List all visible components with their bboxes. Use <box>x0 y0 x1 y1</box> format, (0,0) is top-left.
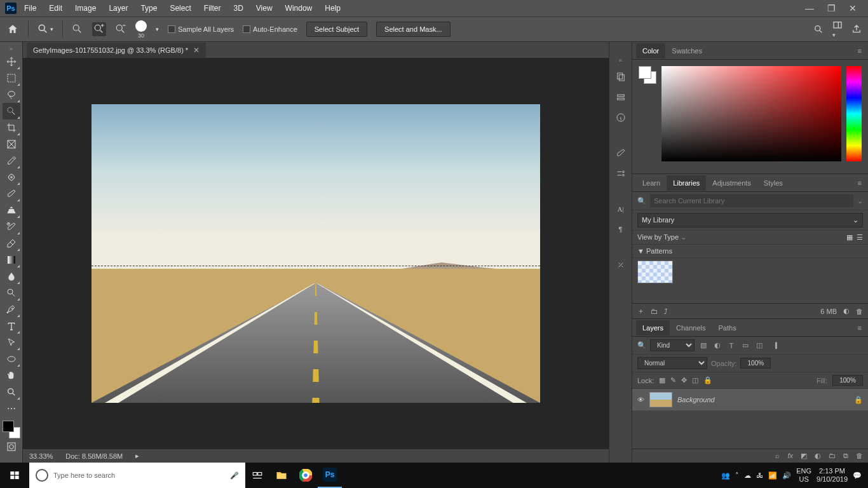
hue-slider[interactable] <box>846 66 862 161</box>
lock-transparency-icon[interactable]: ▩ <box>659 376 665 384</box>
swatches-tab[interactable]: Swatches <box>665 43 709 58</box>
cloud-sync-icon[interactable]: ◐ <box>843 307 850 315</box>
modifier-keys-icon[interactable] <box>614 258 628 272</box>
auto-enhance-checkbox[interactable]: Auto-Enhance <box>243 25 297 33</box>
close-tab-icon[interactable]: ✕ <box>193 46 200 55</box>
menu-edit[interactable]: Edit <box>44 1 67 15</box>
layers-panel-menu-icon[interactable]: ≡ <box>855 324 864 332</box>
opacity-value[interactable]: 100% <box>740 358 771 369</box>
history-panel-icon[interactable] <box>614 70 628 84</box>
layer-name[interactable]: Background <box>677 396 715 403</box>
share-icon[interactable] <box>851 24 862 34</box>
filter-type-icon[interactable]: T <box>726 341 736 351</box>
crop-tool[interactable] <box>3 119 20 136</box>
hand-tool[interactable] <box>3 367 20 384</box>
character-panel-icon[interactable]: A| <box>614 202 628 216</box>
photoshop-taskbar-icon[interactable]: Ps <box>318 463 342 488</box>
path-selection-tool[interactable] <box>3 334 20 351</box>
sample-all-layers-checkbox[interactable]: Sample All Layers <box>168 25 234 33</box>
healing-brush-tool[interactable] <box>3 169 20 186</box>
menu-layer[interactable]: Layer <box>104 1 133 15</box>
add-selection-mode[interactable] <box>92 22 106 36</box>
list-view-icon[interactable]: ☰ <box>857 233 863 241</box>
pattern-thumbnail[interactable] <box>637 261 673 283</box>
subtract-selection-mode[interactable] <box>115 24 126 35</box>
view-by-label[interactable]: View by Type <box>637 233 679 241</box>
move-tool[interactable] <box>3 53 20 70</box>
tool-preset-picker[interactable]: ▾ <box>37 24 53 35</box>
select-and-mask-button[interactable]: Select and Mask... <box>376 22 451 37</box>
filter-type-select[interactable]: Kind <box>650 339 695 351</box>
lock-pixels-icon[interactable]: ✎ <box>670 376 676 384</box>
menu-file[interactable]: File <box>19 1 41 15</box>
people-icon[interactable]: 👥 <box>721 471 730 480</box>
layers-tab[interactable]: Layers <box>636 320 670 336</box>
color-field[interactable] <box>661 66 841 161</box>
filter-smart-icon[interactable]: ◫ <box>754 341 764 351</box>
home-button[interactable] <box>6 23 19 36</box>
collapse-tools[interactable]: » <box>10 44 13 53</box>
edit-toolbar[interactable]: ⋯ <box>3 400 20 417</box>
file-explorer-icon[interactable] <box>269 463 294 488</box>
filter-shape-icon[interactable]: ▭ <box>740 341 750 351</box>
window-close[interactable]: ✕ <box>848 3 858 13</box>
filter-pixel-icon[interactable]: ▧ <box>698 341 709 351</box>
window-restore[interactable]: ❐ <box>826 3 836 13</box>
volume-icon[interactable]: 🔊 <box>782 471 791 480</box>
brushes-panel-icon[interactable] <box>614 146 628 160</box>
canvas[interactable] <box>92 104 540 403</box>
paragraph-panel-icon[interactable]: ¶ <box>614 222 628 236</box>
adjustment-layer-icon[interactable]: ◐ <box>815 452 821 460</box>
eraser-tool[interactable] <box>3 235 20 252</box>
search-icon[interactable] <box>813 24 824 34</box>
blend-mode-select[interactable]: Normal <box>637 357 707 369</box>
grid-view-icon[interactable]: ▦ <box>846 233 853 241</box>
learn-tab[interactable]: Learn <box>636 175 667 191</box>
lock-position-icon[interactable]: ✥ <box>681 376 687 384</box>
library-selector[interactable]: My Library⌄ <box>637 213 863 227</box>
lock-artboard-icon[interactable]: ◫ <box>692 376 698 384</box>
clone-stamp-tool[interactable] <box>3 202 20 219</box>
pen-tool[interactable] <box>3 301 20 318</box>
expand-panels[interactable]: « <box>619 57 622 64</box>
search-dropdown-icon[interactable]: ⌄ <box>857 197 863 205</box>
eyedropper-tool[interactable] <box>3 152 20 169</box>
menu-view[interactable]: View <box>251 1 278 15</box>
delete-library-icon[interactable]: 🗑 <box>856 308 863 315</box>
filter-adjustment-icon[interactable]: ◐ <box>712 341 722 351</box>
onedrive-icon[interactable]: ☁ <box>744 471 751 480</box>
shape-tool[interactable] <box>3 351 20 367</box>
upload-icon[interactable]: ⤴ <box>664 308 668 315</box>
type-tool[interactable] <box>3 318 20 334</box>
chrome-icon[interactable] <box>294 463 318 488</box>
layer-visibility-icon[interactable]: 👁 <box>637 396 644 403</box>
menu-help[interactable]: Help <box>320 1 346 15</box>
frame-tool[interactable] <box>3 136 20 152</box>
color-panel-menu-icon[interactable]: ≡ <box>855 47 864 55</box>
blur-tool[interactable] <box>3 268 20 285</box>
brush-tool[interactable] <box>3 186 20 202</box>
tray-expand-icon[interactable]: ˄ <box>735 471 739 480</box>
brush-settings-panel-icon[interactable] <box>614 166 628 180</box>
tray-time[interactable]: 2:13 PM <box>819 467 845 475</box>
styles-tab[interactable]: Styles <box>757 175 789 191</box>
layer-lock-icon[interactable]: 🔒 <box>854 396 863 404</box>
layer-fx-icon[interactable]: fx <box>787 452 793 460</box>
new-layer-icon[interactable]: ⧉ <box>843 452 848 460</box>
marquee-tool[interactable] <box>3 70 20 86</box>
document-tab[interactable]: GettyImages-1017551032.jpg @ 33.3% (RGB/… <box>27 43 206 58</box>
foreground-background-colors[interactable] <box>3 421 20 438</box>
layer-group-icon[interactable]: 🗀 <box>829 452 836 460</box>
patterns-section-toggle[interactable]: ▼ Patterns <box>637 247 672 255</box>
channels-tab[interactable]: Channels <box>670 320 712 336</box>
fill-value[interactable]: 100% <box>832 375 863 386</box>
menu-image[interactable]: Image <box>70 1 101 15</box>
action-center-icon[interactable]: 💬 <box>853 471 862 480</box>
paths-tab[interactable]: Paths <box>712 320 743 336</box>
history-brush-tool[interactable] <box>3 219 20 235</box>
libraries-tab[interactable]: Libraries <box>667 175 706 191</box>
zoom-level[interactable]: 33.33% <box>29 452 53 460</box>
taskbar-search[interactable]: Type here to search 🎤 <box>29 463 245 488</box>
brush-size-picker[interactable]: 30 <box>135 20 147 39</box>
menu-filter[interactable]: Filter <box>199 1 226 15</box>
